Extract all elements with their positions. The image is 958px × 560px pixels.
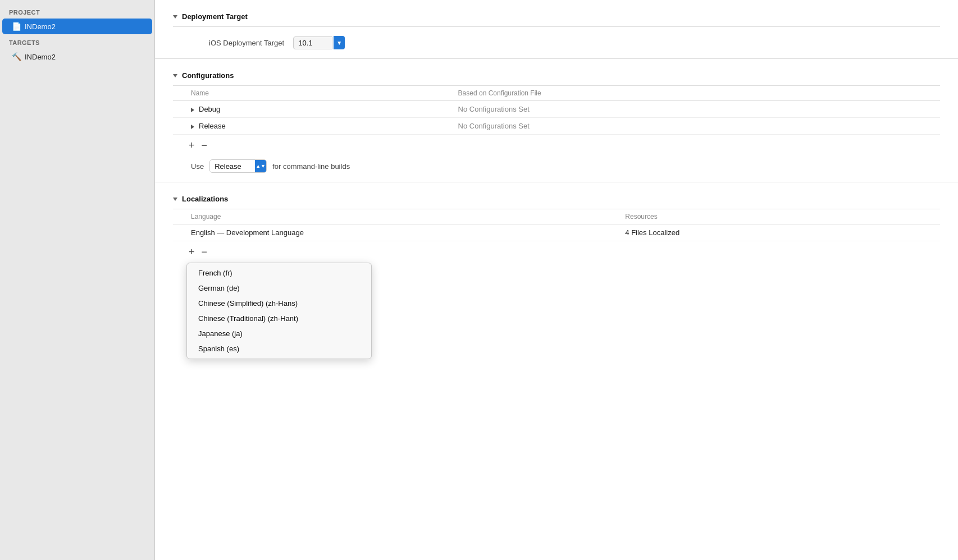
project-file-icon: 📄 — [11, 21, 21, 31]
configurations-header: Configurations — [173, 69, 940, 85]
use-suffix-label: for command-line builds — [272, 162, 350, 171]
config-row-based-on: No Configurations Set — [422, 118, 940, 135]
localizations-table: Language Resources English — Development… — [173, 209, 940, 241]
configurations-collapse-icon[interactable] — [173, 74, 177, 77]
project-section-label: PROJECT — [0, 4, 154, 18]
loc-add-remove-row: + − — [173, 241, 940, 263]
target-icon: 🔨 — [11, 52, 21, 62]
use-label: Use — [191, 162, 204, 171]
config-row-name: Debug — [173, 101, 422, 118]
use-config-row: Use Release ▲▼ for command-line builds — [173, 156, 940, 182]
config-add-remove-row: + − — [173, 135, 940, 156]
config-row-based-on: No Configurations Set — [422, 101, 940, 118]
dropdown-language-item[interactable]: Chinese (Traditional) (zh-Hant) — [187, 311, 371, 326]
deployment-target-title: Deployment Target — [182, 12, 248, 21]
config-row-name: Release — [173, 118, 422, 135]
release-chevron-icon: ▲▼ — [256, 164, 266, 169]
localizations-collapse-icon[interactable] — [173, 198, 177, 201]
configurations-section: Configurations Name Based on Configurati… — [155, 59, 958, 182]
localizations-title: Localizations — [182, 195, 228, 203]
loc-remove-button[interactable]: − — [199, 247, 210, 257]
dropdown-language-item[interactable]: Spanish (es) — [187, 341, 371, 356]
release-select[interactable]: Release — [210, 161, 255, 172]
ios-deployment-label: iOS Deployment Target — [209, 39, 284, 47]
sidebar: PROJECT 📄 INDemo2 TARGETS 🔨 INDemo2 — [0, 0, 155, 560]
project-item-label: INDemo2 — [25, 22, 56, 31]
ios-deployment-target-row: iOS Deployment Target 10.1 ▼ — [173, 27, 940, 58]
target-item-label: INDemo2 — [25, 53, 56, 61]
loc-add-button[interactable]: + — [186, 247, 197, 257]
sidebar-item-target-indemo2[interactable]: 🔨 INDemo2 — [2, 49, 152, 65]
release-select-arrow-btn[interactable]: ▲▼ — [255, 159, 266, 173]
dropdown-language-item[interactable]: Chinese (Simplified) (zh-Hans) — [187, 296, 371, 311]
deployment-target-collapse-icon[interactable] — [173, 15, 177, 19]
configurations-title: Configurations — [182, 71, 234, 80]
ios-version-select-arrow-btn[interactable]: ▼ — [334, 36, 345, 49]
config-table-row[interactable]: Debug No Configurations Set — [173, 101, 940, 118]
dropdown-language-item[interactable]: Japanese (ja) — [187, 326, 371, 341]
ios-version-chevron-icon: ▼ — [336, 40, 342, 46]
deployment-target-header: Deployment Target — [173, 10, 940, 26]
config-add-button[interactable]: + — [186, 140, 197, 150]
loc-col-resources: Resources — [513, 209, 940, 224]
config-col-name: Name — [173, 86, 422, 101]
row-expand-icon[interactable] — [191, 108, 194, 112]
loc-row-language: English — Development Language — [173, 224, 513, 241]
loc-col-language: Language — [173, 209, 513, 224]
dropdown-language-item[interactable]: French (fr) — [187, 265, 371, 281]
deployment-target-section: Deployment Target iOS Deployment Target … — [155, 0, 958, 59]
configurations-table: Name Based on Configuration File Debug N… — [173, 86, 940, 135]
row-expand-icon[interactable] — [191, 125, 194, 129]
dropdown-language-item[interactable]: German (de) — [187, 281, 371, 296]
targets-section-label: TARGETS — [0, 35, 154, 48]
ios-version-select-wrap: 10.1 ▼ — [293, 36, 345, 49]
localizations-section: Localizations Language Resources English… — [155, 182, 958, 263]
config-remove-button[interactable]: − — [199, 140, 210, 150]
language-dropdown-menu: French (fr)German (de)Chinese (Simplifie… — [186, 263, 372, 359]
ios-version-select[interactable]: 10.1 — [293, 36, 332, 49]
loc-row-resources: 4 Files Localized — [513, 224, 940, 241]
config-table-row[interactable]: Release No Configurations Set — [173, 118, 940, 135]
localizations-header: Localizations — [173, 192, 940, 209]
loc-table-row[interactable]: English — Development Language 4 Files L… — [173, 224, 940, 241]
release-select-wrap: Release ▲▼ — [209, 159, 267, 173]
sidebar-item-project-indemo2[interactable]: 📄 INDemo2 — [2, 19, 152, 34]
config-col-based-on: Based on Configuration File — [422, 86, 940, 101]
main-content: Deployment Target iOS Deployment Target … — [155, 0, 958, 560]
